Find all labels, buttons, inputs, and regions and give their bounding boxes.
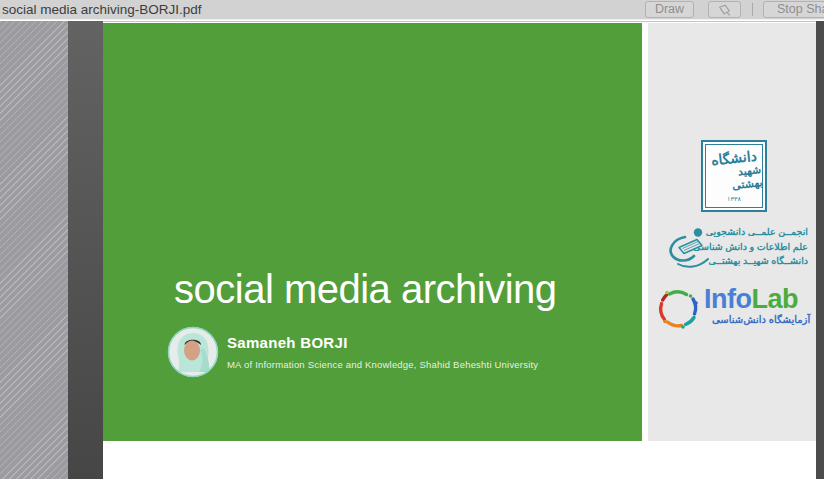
- association-line1: انجمــن علمــی دانشجویی: [693, 225, 808, 240]
- association-line2: علم اطلاعات و دانش شناسی: [693, 240, 808, 255]
- seal-text-line2: شهید بهشتی: [705, 163, 763, 195]
- sbu-university-seal: دانشگاه شهید بهشتی ۱۳۳۸: [701, 140, 767, 212]
- association-line3: دانشــگاه شهیــد بهشتــی: [693, 254, 808, 269]
- pdf-viewer-canvas: social media archiving Samaneh BORJI MA …: [0, 21, 824, 479]
- page-edge-shadow-strip: [68, 21, 103, 479]
- author-affiliation: MA of Information Science and Knowledge,…: [227, 359, 538, 370]
- slide-title: social media archiving: [174, 267, 557, 312]
- seal-year: ۱۳۳۸: [727, 195, 741, 203]
- infolab-word-lab: Lab: [751, 284, 798, 314]
- sharing-toolbar: social media archiving-BORJI.pdf Draw St…: [0, 0, 824, 20]
- pdf-page: social media archiving Samaneh BORJI MA …: [103, 21, 816, 479]
- infolab-subtitle: آزمایشگاه دانش‌شناسی: [712, 314, 810, 325]
- avatar-photo: [167, 326, 219, 378]
- infolab-word-info: Info: [704, 284, 751, 314]
- toolbar-divider: [752, 3, 753, 16]
- document-filename: social media archiving-BORJI.pdf: [2, 2, 202, 17]
- logos-panel: دانشگاه شهید بهشتی ۱۳۳۸ انجمــن علمــی د…: [648, 23, 816, 441]
- sbu-seal-calligraphy: دانشگاه شهید بهشتی ۱۳۳۸: [705, 144, 763, 208]
- infolab-wordmark: InfoLab: [704, 284, 798, 315]
- vertical-scrollbar[interactable]: [816, 21, 824, 479]
- draw-button[interactable]: Draw: [645, 1, 694, 18]
- slide-green-panel: social media archiving Samaneh BORJI MA …: [103, 23, 642, 441]
- infolab-ring-icon: [656, 286, 701, 335]
- author-name: Samaneh BORJI: [227, 334, 348, 351]
- pen-icon: [717, 7, 732, 21]
- stop-sharing-button[interactable]: Stop Sha: [763, 1, 824, 18]
- author-avatar: [167, 326, 219, 378]
- out-of-page-hatched-area: [0, 21, 68, 479]
- association-wordmark: انجمــن علمــی دانشجویی علم اطلاعات و دا…: [693, 225, 808, 269]
- annotate-pen-button[interactable]: [708, 1, 741, 18]
